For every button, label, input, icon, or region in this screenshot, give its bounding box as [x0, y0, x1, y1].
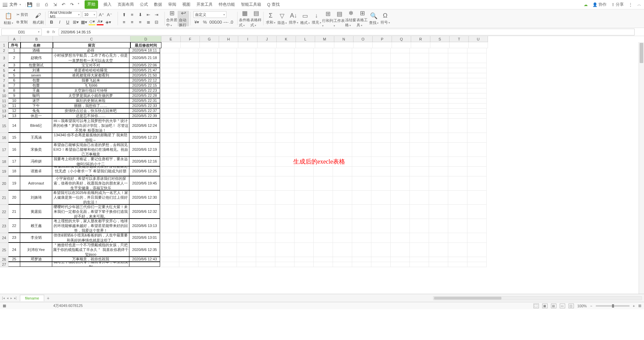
cell[interactable]: 王禹涵 — [20, 133, 52, 142]
cell[interactable] — [448, 176, 467, 191]
column-header[interactable]: U — [469, 36, 488, 42]
cell[interactable] — [448, 133, 467, 143]
cell[interactable] — [295, 68, 314, 73]
cell[interactable] — [392, 42, 411, 48]
freeze-button[interactable]: ❄冻结窗格 — [345, 11, 357, 26]
column-header[interactable]: P — [373, 36, 392, 42]
cell[interactable] — [410, 157, 429, 167]
cell[interactable] — [295, 114, 314, 119]
cell[interactable] — [391, 143, 410, 157]
cell[interactable] — [371, 143, 391, 157]
cell[interactable]: 刘沛欣Yee — [20, 243, 52, 257]
cell[interactable] — [179, 63, 198, 68]
cell[interactable] — [352, 104, 371, 109]
cell[interactable] — [371, 133, 391, 143]
cell[interactable] — [429, 88, 448, 93]
cell[interactable] — [295, 109, 314, 114]
cell[interactable]: 冯梓妍 — [20, 157, 52, 166]
cell[interactable]: 2020/8/5 22:12 — [129, 78, 160, 83]
zoom-in-icon[interactable]: + — [633, 304, 635, 308]
format-painter-button[interactable]: 🖌格式刷 — [32, 11, 44, 26]
cell[interactable] — [333, 73, 352, 78]
cell[interactable] — [198, 176, 218, 191]
cell[interactable]: 宝宝对不对 — [52, 63, 129, 68]
cell[interactable] — [237, 133, 256, 143]
cell[interactable]: 2020/8/6 12:30 — [129, 190, 160, 204]
more-menu-icon[interactable]: ⋮ — [628, 2, 633, 7]
cell[interactable] — [198, 88, 218, 93]
align-right-icon[interactable]: ≡ — [137, 19, 144, 25]
cell[interactable] — [275, 243, 295, 257]
cell[interactable] — [237, 63, 256, 68]
cell[interactable]: 小宇宙你好，希望可以多原谅我们对你的探索，借着你的美好，祝愿我身边的朋友家人一生… — [52, 176, 129, 190]
cell[interactable] — [218, 53, 237, 63]
cell[interactable] — [160, 53, 179, 63]
cancel-icon[interactable]: ⊗ — [47, 30, 50, 34]
sheet-prev-icon[interactable]: ◂ — [7, 296, 8, 300]
cell[interactable] — [295, 88, 314, 93]
cell[interactable] — [352, 257, 371, 262]
cell[interactable] — [275, 143, 295, 157]
cell[interactable]: 25 — [8, 257, 20, 262]
cell[interactable] — [467, 133, 487, 143]
cell[interactable]: 宋焕奕 — [20, 142, 52, 157]
cell[interactable]: 万事顺意，祝你也祝我 — [52, 257, 129, 262]
cell[interactable] — [467, 93, 487, 98]
tab-formula[interactable]: 公式 — [139, 0, 149, 9]
column-header[interactable]: E — [161, 36, 181, 42]
cell[interactable] — [179, 219, 198, 233]
cell[interactable] — [391, 73, 410, 78]
cell[interactable]: 2020/8/6 12:35 — [129, 243, 160, 257]
row-header[interactable]: 18 — [0, 157, 8, 167]
cell[interactable] — [448, 257, 467, 262]
cell[interactable] — [410, 114, 429, 119]
cell[interactable] — [275, 98, 295, 104]
cell[interactable]: 谁是谁哈哈哈哈睡觉 — [52, 68, 129, 73]
fill-button[interactable]: ↓填充 — [311, 11, 322, 26]
cell[interactable] — [295, 243, 314, 257]
cell[interactable] — [237, 176, 256, 191]
cell[interactable] — [354, 42, 373, 48]
status-mode-icon[interactable]: ▦ — [3, 304, 6, 308]
cell[interactable] — [315, 42, 334, 48]
cell[interactable] — [198, 78, 218, 83]
cell[interactable] — [467, 143, 487, 157]
cell[interactable] — [314, 176, 333, 191]
cell[interactable]: 最后修改时间 — [130, 42, 161, 48]
cell[interactable] — [429, 143, 448, 157]
cell[interactable] — [467, 167, 487, 176]
cell[interactable] — [275, 93, 295, 98]
cell[interactable] — [429, 176, 448, 191]
tab-insert[interactable]: 插入 — [103, 0, 112, 9]
split-view-icon[interactable]: ◫ — [569, 304, 574, 308]
column-header[interactable]: G — [200, 36, 219, 42]
table-tools-button[interactable]: ⊞表格工具 — [357, 11, 368, 26]
cell[interactable]: 17 — [8, 157, 20, 166]
cell[interactable] — [352, 83, 371, 88]
cell[interactable] — [448, 88, 467, 93]
cell[interactable] — [429, 133, 448, 143]
cell[interactable] — [275, 257, 295, 262]
cell[interactable] — [333, 48, 352, 53]
cell[interactable] — [198, 205, 218, 219]
cell[interactable] — [237, 78, 256, 83]
cell[interactable] — [160, 68, 179, 73]
formula-input[interactable]: 2020/8/6 14:35:15 — [59, 29, 635, 35]
cell[interactable]: 9 — [8, 93, 20, 98]
cell[interactable] — [448, 157, 467, 167]
cell[interactable] — [352, 143, 371, 157]
cell[interactable] — [179, 53, 198, 63]
justify-icon[interactable]: ≣ — [145, 19, 152, 25]
cell[interactable]: 2 — [8, 53, 20, 63]
cell[interactable]: 2020/8/5 21:18 — [129, 53, 160, 63]
cell[interactable] — [391, 167, 410, 176]
cell[interactable]: 休息一 — [20, 113, 52, 118]
cell[interactable] — [237, 109, 256, 114]
column-header[interactable]: N — [334, 36, 354, 42]
cell[interactable] — [256, 191, 275, 205]
cell[interactable]: 包蕾 — [20, 78, 52, 83]
cell[interactable] — [179, 157, 198, 167]
cell[interactable] — [256, 104, 275, 109]
cell[interactable] — [333, 219, 352, 233]
tab-view[interactable]: 视图 — [182, 0, 191, 9]
